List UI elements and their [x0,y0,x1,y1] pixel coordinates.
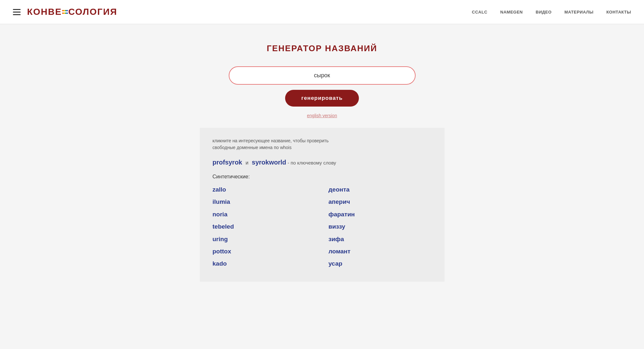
name-item-aperich[interactable]: аперич [329,197,432,207]
name-item-tebeled[interactable]: tebeled [213,222,316,231]
keyword-link-1[interactable]: profsyrok [213,159,242,166]
logo-text-after: СОЛОГИЯ [68,7,117,17]
name-item-ilumia[interactable]: ilumia [213,197,316,207]
logo-text-before: КОНВЕ [27,7,62,17]
keyword-link-2[interactable]: syrokworld [252,159,286,166]
header: КОНВЕ СОЛОГИЯ CCALC NAMEGEN ВИДЕО МАТЕРИ… [0,0,644,24]
logo[interactable]: КОНВЕ СОЛОГИЯ [27,7,117,17]
name-item-noria[interactable]: noria [213,210,316,219]
nav-item-kontakty[interactable]: КОНТАКТЫ [606,10,631,14]
name-item-lomant[interactable]: ломант [329,247,432,256]
hamburger-menu-button[interactable] [13,9,21,15]
hint-line2: свободные доменные имена по whois [213,145,292,150]
results-panel: кликните на интересующее название, чтобы… [200,128,445,282]
name-item-zifa[interactable]: зифа [329,234,432,244]
synthetic-label: Синтетические: [213,174,432,180]
keyword-line: profsyrok и syrokworld - по ключевому сл… [213,159,432,166]
name-item-kado[interactable]: kado [213,259,316,269]
keyword-desc: - по ключевому слову [288,160,336,165]
results-hint: кликните на интересующее название, чтобы… [213,137,432,151]
name-item-pottox[interactable]: pottox [213,247,316,256]
main-nav: CCALC NAMEGEN ВИДЕО МАТЕРИАЛЫ КОНТАКТЫ [472,10,631,14]
name-item-vizzu[interactable]: виззу [329,222,432,231]
nav-item-materialy[interactable]: МАТЕРИАЛЫ [564,10,593,14]
search-container: генерировать english version [209,66,435,118]
main-content: ГЕНЕРАТОР НАЗВАНИЙ генерировать english … [0,24,644,295]
header-left: КОНВЕ СОЛОГИЯ [13,7,117,17]
nav-item-namegen[interactable]: NAMEGEN [500,10,523,14]
name-item-zallo[interactable]: zallo [213,185,316,194]
nav-item-video[interactable]: ВИДЕО [536,10,552,14]
logo-equals-icon [62,10,68,14]
name-item-usar[interactable]: усар [329,259,432,269]
english-version-link[interactable]: english version [307,113,337,118]
name-item-deonta[interactable]: деонта [329,185,432,194]
nav-item-ccalc[interactable]: CCALC [472,10,487,14]
page-title: ГЕНЕРАТОР НАЗВАНИЙ [267,43,377,53]
generate-button[interactable]: генерировать [285,90,359,107]
keyword-conjunction: и [245,160,248,165]
search-input[interactable] [229,66,416,85]
name-item-faratin[interactable]: фаратин [329,210,432,219]
names-grid: zallo деонта ilumia аперич noria фаратин… [213,185,432,269]
hint-line1: кликните на интересующее название, чтобы… [213,138,329,143]
name-item-uring[interactable]: uring [213,234,316,244]
